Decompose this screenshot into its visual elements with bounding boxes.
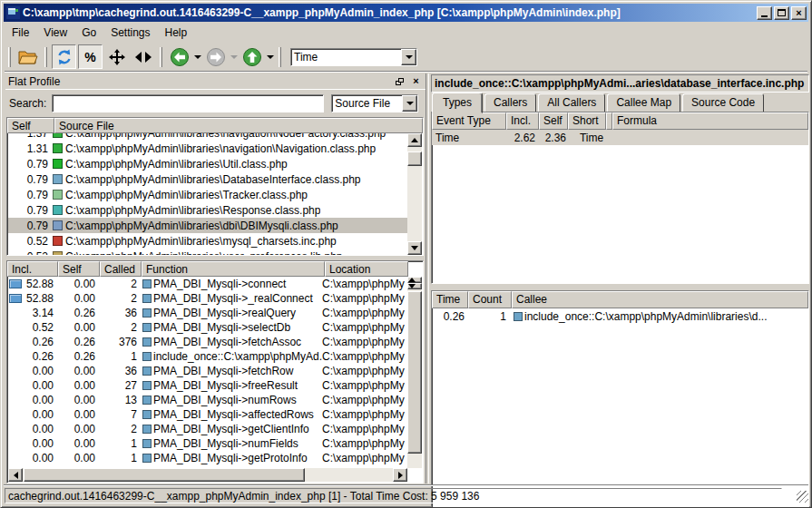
menu-file[interactable]: File [5,24,36,41]
menu-view[interactable]: View [36,24,74,41]
function-row[interactable]: 0.00 0.00 2 PMA_DBI_Mysqli->getClientInf… [8,422,407,436]
scroll-down-button[interactable] [407,241,422,255]
scroll-left-button[interactable] [8,468,23,482]
scroll-down-button[interactable] [407,283,422,289]
scrollbar-thumb[interactable] [407,151,422,166]
column-header-formula[interactable]: Formula [612,112,808,130]
scroll-right-button[interactable] [393,468,407,482]
splitter-handle[interactable] [431,284,809,290]
tab-callee-map[interactable]: Callee Map [607,93,680,112]
forward-button[interactable] [203,44,228,69]
toolbar-handle[interactable] [279,47,281,67]
event-type-combobox[interactable]: Time [290,48,417,66]
expand-areas-button[interactable] [104,44,129,69]
function-row[interactable]: 3.14 0.26 36 PMA_DBI_Mysqli->realQuery C… [8,306,407,320]
menu-go[interactable]: Go [74,24,103,41]
file-row[interactable]: 0.79 C:\xampp\phpMyAdmin\libraries\Respo… [8,202,407,218]
column-header-source-file[interactable]: Source File [54,118,423,133]
location-value: C:\xampp\phpMy [322,408,407,421]
flat-profile-dock: Flat Profile × Search: Source File Self … [5,73,426,484]
column-header-incl[interactable]: Incl. [7,261,58,277]
menu-settings[interactable]: Settings [103,24,157,41]
function-table-horizontal-scrollbar[interactable] [8,468,407,482]
file-row[interactable]: 1.31 C:\xampp\phpMyAdmin\libraries\navig… [8,141,407,156]
column-header-short[interactable]: Short [568,112,606,130]
back-dropdown[interactable] [192,44,202,69]
scroll-up-button[interactable] [407,277,422,283]
incl-value: 2.62 [504,132,537,144]
toolbar-handle[interactable] [44,47,47,67]
file-row[interactable]: 0.79 C:\xampp\phpMyAdmin\libraries\Datab… [8,171,407,187]
tab-callers[interactable]: Callers [484,93,536,112]
maximize-button[interactable] [774,6,789,20]
function-row[interactable]: 0.00 0.00 27 PMA_DBI_Mysqli->freeResult … [8,378,407,393]
function-row[interactable]: 52.88 0.00 2 PMA_DBI_Mysqli->connect C:\… [8,277,407,291]
relative-percent-button[interactable]: % [78,44,103,69]
tab-all-callers[interactable]: All Callers [538,93,605,112]
column-header-function[interactable]: Function [142,261,325,277]
scrollbar-thumb[interactable] [407,291,422,454]
shorten-templates-button[interactable] [131,44,155,69]
function-name: PMA_DBI_Mysqli->numFields [153,437,298,450]
search-input[interactable] [52,94,324,112]
file-row-selected[interactable]: 0.79 C:\xampp\phpMyAdmin\libraries\dbi\D… [8,218,407,233]
function-row[interactable]: 0.00 0.00 36 PMA_DBI_Mysqli->fetchRow C:… [8,364,407,378]
function-table-vertical-scrollbar[interactable] [407,277,422,468]
resize-grip[interactable] [797,491,808,503]
file-row[interactable]: 0.79 C:\xampp\phpMyAdmin\libraries\Util.… [8,156,407,171]
scrollbar-thumb[interactable] [24,468,305,482]
function-row[interactable]: 52.88 0.00 2 PMA_DBI_Mysqli->_realConnec… [8,291,407,306]
callee-row[interactable]: 0.26 1 include_once::C:\xampp\phpMyAdmin… [432,308,808,324]
combo-dropdown-button[interactable] [402,95,417,112]
dock-title-bar[interactable]: Flat Profile × [5,73,426,90]
function-row[interactable]: 0.00 0.00 1 PMA_DBI_Mysqli->getProtoInfo… [8,451,407,465]
called-value: 376 [97,336,139,348]
close-button[interactable]: × [791,6,807,20]
file-row[interactable]: 0.52 C:\xampp\phpMyAdmin\libraries\mysql… [8,233,407,249]
cycle-groups-button[interactable] [52,44,76,69]
column-header-event-type[interactable]: Event Type [432,112,506,130]
open-file-button[interactable] [15,44,40,69]
dock-close-button[interactable]: × [409,75,423,88]
combo-dropdown-button[interactable] [401,49,416,65]
column-header-count[interactable]: Count [468,291,512,308]
file-type-icon [53,220,63,230]
column-header-location[interactable]: Location [325,261,408,277]
column-header-self[interactable]: Self [7,118,54,133]
forward-dropdown[interactable] [229,44,239,69]
file-row[interactable]: 1.37 C:\xampp\phpMyAdmin\libraries\navig… [8,133,407,141]
minimize-button[interactable] [757,6,772,20]
tab-types[interactable]: Types [432,93,483,113]
title-bar: C:\xampp\tmp\cachegrind.out.1416463299-C… [4,4,808,22]
column-header-self[interactable]: Self [58,261,100,277]
toolbar-handle[interactable] [8,47,11,67]
file-row[interactable]: 0.79 C:\xampp\phpMyAdmin\libraries\Track… [8,187,407,202]
file-row[interactable]: 0.52 C:\xampp\phpMyAdmin\libraries\user_… [8,249,407,255]
function-row[interactable]: 0.00 0.00 13 PMA_DBI_Mysqli->numRows C:\… [8,393,407,407]
up-button[interactable] [240,44,264,69]
menu-help[interactable]: Help [158,24,195,41]
back-button[interactable] [167,44,191,69]
function-icon [142,352,152,361]
file-list-vertical-scrollbar[interactable] [407,133,422,255]
event-type-row-selected[interactable]: Time 2.62 2.36 Time [432,130,808,145]
column-header-self[interactable]: Self [539,112,568,130]
function-row[interactable]: 0.00 0.00 1 PMA_DBI_Mysqli->numFields C:… [8,436,407,451]
function-row[interactable]: 0.52 0.00 2 PMA_DBI_Mysqli->selectDb C:\… [8,320,407,335]
file-path: C:\xampp\phpMyAdmin\libraries\dbi\DBIMys… [65,220,338,232]
column-header-time[interactable]: Time [432,291,468,308]
dock-float-button[interactable] [393,75,406,88]
scroll-up-button[interactable] [407,133,422,147]
up-dropdown[interactable] [265,44,275,69]
function-row[interactable]: 0.00 0.00 7 PMA_DBI_Mysqli->affectedRows… [8,407,407,422]
tab-source-code[interactable]: Source Code [682,93,764,112]
toolbar-handle[interactable] [160,47,162,67]
function-row[interactable]: 0.26 0.26 376 PMA_DBI_Mysqli->fetchAssoc… [8,335,407,349]
panel-splitter[interactable] [426,73,429,484]
column-header-incl[interactable]: Incl. [506,112,539,130]
column-header-called[interactable]: Called [100,261,142,277]
function-icon [142,396,152,405]
function-row[interactable]: 0.26 0.26 1 include_once::C:\xampp\phpMy… [8,349,407,364]
column-header-callee[interactable]: Callee [512,291,808,308]
group-by-combobox[interactable]: Source File [331,94,418,112]
